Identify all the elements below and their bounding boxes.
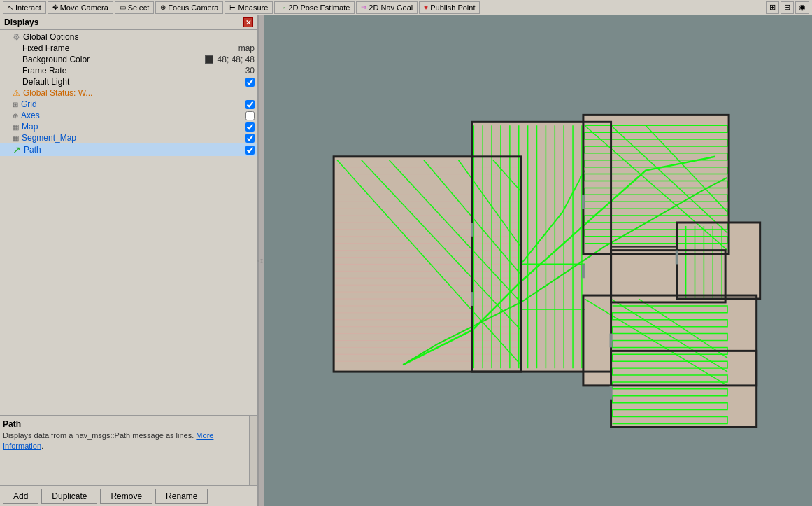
tree-item-fixed-frame[interactable]: Fixed Frame map (0, 43, 257, 54)
fixed-frame-label: Fixed Frame (22, 43, 236, 53)
tree-item-segment-map[interactable]: ▦ Segment_Map (0, 132, 257, 143)
focus-camera-label: Focus Camera (168, 3, 218, 12)
toolbar-extra-3[interactable]: ◉ (795, 1, 809, 14)
global-options-label: Global Options (23, 32, 255, 42)
axes-icon: ⊕ (13, 112, 18, 120)
2d-nav-icon: ⇒ (361, 3, 366, 11)
displays-title: Displays (4, 17, 38, 27)
axes-checkbox[interactable] (245, 111, 255, 120)
tree-item-axes[interactable]: ⊕ Axes (0, 110, 257, 121)
default-light-label: Default Light (22, 77, 243, 87)
grid-checkbox[interactable] (245, 100, 255, 109)
segment-map-checkbox[interactable] (245, 134, 255, 143)
info-scrollbar[interactable] (249, 416, 257, 485)
grid-label: Grid (21, 99, 243, 109)
tree-item-global-status[interactable]: ⚠ Global Status: W... (0, 87, 257, 99)
tree-item-background-color[interactable]: Background Color 48; 48; 48 (0, 54, 257, 65)
move-camera-icon: ✥ (52, 3, 58, 11)
focus-camera-button[interactable]: ⊕ Focus Camera (155, 1, 223, 14)
measure-button[interactable]: ⊢ Measure (225, 1, 273, 14)
2d-pose-button[interactable]: → 2D Pose Estimate (274, 1, 355, 14)
path-icon: ↗ (13, 144, 21, 155)
interact-label: Interact (15, 3, 41, 12)
frame-rate-value: 30 (245, 66, 255, 76)
svg-rect-6 (677, 223, 760, 299)
path-checkbox[interactable] (245, 146, 255, 155)
displays-header: Displays ✕ (0, 15, 257, 30)
map-visualization (264, 15, 812, 506)
measure-label: Measure (238, 3, 268, 12)
gear-icon: ⚙ (13, 32, 20, 42)
background-color-value: 48; 48; 48 (218, 55, 255, 64)
rename-button[interactable]: Rename (155, 489, 208, 504)
info-panel-description: Displays data from a nav_msgs::Path mess… (3, 430, 255, 484)
publish-point-icon: ♥ (424, 3, 428, 11)
displays-tree[interactable]: ⚙ Global Options Fixed Frame map Backgro… (0, 30, 257, 415)
tree-item-map[interactable]: ▦ Map (0, 121, 257, 132)
color-swatch (205, 55, 213, 64)
global-status-label: Global Status: W... (23, 88, 255, 98)
2d-nav-label: 2D Nav Goal (369, 3, 413, 12)
left-panel: Displays ✕ ⚙ Global Options Fixed Frame … (0, 15, 259, 506)
info-panel-title: Path (3, 419, 255, 429)
toolbar-extra-1[interactable]: ⊞ (766, 1, 779, 14)
move-camera-label: Move Camera (60, 3, 108, 12)
tree-item-global-options[interactable]: ⚙ Global Options (0, 31, 257, 43)
main-toolbar: ↖ Interact ✥ Move Camera ▭ Select ⊕ Focu… (0, 0, 812, 15)
focus-camera-icon: ⊕ (160, 3, 166, 11)
bottom-buttons: Add Duplicate Remove Rename (0, 485, 257, 506)
default-light-checkbox[interactable] (245, 78, 255, 87)
main-area: Displays ✕ ⚙ Global Options Fixed Frame … (0, 15, 812, 506)
remove-button[interactable]: Remove (100, 489, 152, 504)
2d-pose-icon: → (279, 3, 286, 11)
move-camera-button[interactable]: ✥ Move Camera (48, 1, 113, 14)
publish-point-button[interactable]: ♥ Publish Point (419, 1, 480, 14)
duplicate-button[interactable]: Duplicate (41, 489, 97, 504)
select-label: Select (128, 3, 150, 12)
fixed-frame-value: map (238, 43, 255, 53)
2d-nav-button[interactable]: ⇒ 2D Nav Goal (356, 1, 418, 14)
info-period: . (41, 442, 43, 450)
interact-icon: ↖ (8, 3, 13, 11)
tree-item-path[interactable]: ↗ Path (0, 143, 257, 156)
warning-icon: ⚠ (13, 88, 20, 98)
grid-icon: ⊞ (13, 101, 18, 108)
select-icon: ▭ (120, 3, 126, 11)
axes-label: Axes (21, 111, 243, 120)
add-button[interactable]: Add (3, 489, 38, 504)
map-label: Map (22, 122, 243, 132)
tree-item-default-light[interactable]: Default Light (0, 76, 257, 87)
segment-map-label: Segment_Map (22, 133, 243, 143)
select-button[interactable]: ▭ Select (115, 1, 155, 14)
map-checkbox[interactable] (245, 122, 255, 132)
background-color-label: Background Color (22, 55, 202, 64)
map-icon: ▦ (13, 123, 19, 131)
2d-pose-label: 2D Pose Estimate (288, 3, 350, 12)
panel-resize-handle[interactable]: ◁▷ (259, 15, 264, 506)
close-icon: ✕ (245, 19, 251, 27)
tree-item-grid[interactable]: ⊞ Grid (0, 99, 257, 110)
toolbar-extra-2[interactable]: ⊟ (781, 1, 794, 14)
segment-map-icon: ▦ (13, 134, 19, 142)
measure-icon: ⊢ (229, 3, 236, 11)
publish-point-label: Publish Point (430, 3, 475, 12)
interact-button[interactable]: ↖ Interact (3, 1, 46, 14)
displays-close-button[interactable]: ✕ (243, 17, 253, 27)
info-panel: Path Displays data from a nav_msgs::Path… (0, 415, 257, 485)
tree-item-frame-rate[interactable]: Frame Rate 30 (0, 65, 257, 76)
info-text-content: Displays data from a nav_msgs::Path mess… (3, 431, 196, 440)
frame-rate-label: Frame Rate (22, 66, 243, 76)
path-label: Path (24, 145, 243, 155)
viewport[interactable] (264, 15, 812, 506)
